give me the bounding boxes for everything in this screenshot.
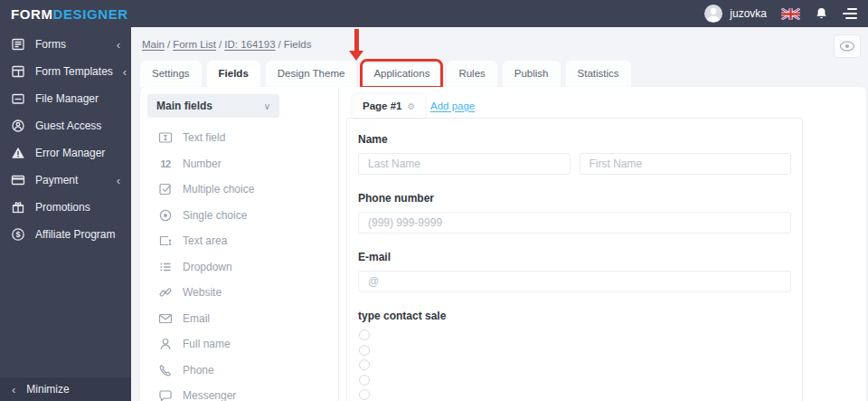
add-page-link[interactable]: Add page xyxy=(430,100,475,111)
phone-icon xyxy=(158,363,173,377)
field-types-panel: Main fields ∨ Text field 12 Number Multi… xyxy=(140,87,339,401)
sidebar-item-file-manager[interactable]: File Manager xyxy=(0,85,131,112)
field-type-text-field[interactable]: Text field xyxy=(140,125,338,151)
field-type-website[interactable]: Website xyxy=(140,280,338,306)
multiple-choice-icon xyxy=(158,182,173,196)
sidebar-item-promotions[interactable]: Promotions xyxy=(0,194,131,221)
svg-text:$: $ xyxy=(15,230,20,239)
radio-option[interactable] xyxy=(359,389,370,400)
field-type-dropdown[interactable]: Dropdown xyxy=(140,254,338,281)
breadcrumb-form-list[interactable]: Form List xyxy=(173,39,216,50)
language-flag-icon[interactable] xyxy=(781,8,800,20)
form-builder-area: Page #1 ⚙ + Add page Name Phone number xyxy=(339,87,866,401)
form-tabs: Settings Fields Design Theme Application… xyxy=(140,61,631,87)
field-type-email[interactable]: Email xyxy=(140,306,338,332)
breadcrumb-current: Fields xyxy=(284,39,312,50)
tab-publish[interactable]: Publish xyxy=(503,61,561,87)
menu-hamburger-icon[interactable] xyxy=(843,8,857,19)
eye-icon xyxy=(839,41,855,52)
radio-option[interactable] xyxy=(359,359,370,370)
breadcrumb-separator: / xyxy=(278,39,281,50)
tab-design-theme[interactable]: Design Theme xyxy=(266,61,357,87)
form-field-type-contact-sale[interactable]: type contact sale xyxy=(358,310,791,400)
field-group-label: Main fields xyxy=(156,100,212,112)
minimize-label: Minimize xyxy=(26,383,69,396)
sidebar-item-error-manager[interactable]: Error Manager xyxy=(0,139,131,167)
notifications-bell-icon[interactable] xyxy=(815,6,828,21)
sidebar-item-payment[interactable]: Payment ‹ xyxy=(0,167,131,194)
email-input[interactable] xyxy=(358,271,791,292)
breadcrumb-form-id[interactable]: ID: 164193 xyxy=(224,39,275,50)
website-icon xyxy=(158,285,173,300)
form-templates-icon xyxy=(11,64,25,79)
text-field-icon xyxy=(158,130,173,145)
chevron-left-icon: ‹ xyxy=(117,175,120,186)
guest-access-icon xyxy=(11,119,25,133)
file-manager-icon xyxy=(11,91,25,106)
form-field-email[interactable]: E-mail xyxy=(358,251,791,292)
field-type-label: Website xyxy=(183,286,222,299)
sidebar-item-label: Promotions xyxy=(35,201,90,214)
annotation-arrow xyxy=(354,29,359,52)
main-content: Main/Form List/ID: 164193/Fields Setting… xyxy=(131,27,868,401)
chevron-left-icon: ‹ xyxy=(12,384,15,396)
field-type-multiple-choice[interactable]: Multiple choice xyxy=(140,177,338,203)
form-field-phone-number[interactable]: Phone number xyxy=(358,192,791,234)
sidebar-item-forms[interactable]: Forms ‹ xyxy=(0,31,131,58)
field-type-text-area[interactable]: Text area xyxy=(140,228,338,254)
breadcrumb-separator: / xyxy=(219,39,222,50)
field-group-select[interactable]: Main fields ∨ xyxy=(147,94,279,118)
fields-tab-panel: Main fields ∨ Text field 12 Number Multi… xyxy=(140,87,866,401)
tab-settings[interactable]: Settings xyxy=(140,61,202,87)
phone-number-input[interactable] xyxy=(358,212,791,234)
field-type-label: Multiple choice xyxy=(183,183,254,196)
field-type-single-choice[interactable]: Single choice xyxy=(140,203,338,229)
tab-rules[interactable]: Rules xyxy=(447,61,496,87)
number-icon: 12 xyxy=(158,158,173,169)
radio-option[interactable] xyxy=(359,329,370,340)
field-label: Phone number xyxy=(358,192,791,205)
tab-applications[interactable]: Applications xyxy=(362,61,441,87)
radio-option[interactable] xyxy=(359,375,370,386)
avatar-person-icon xyxy=(704,5,722,23)
user-avatar[interactable] xyxy=(704,5,722,23)
field-type-full-name[interactable]: Full name xyxy=(140,331,338,358)
user-name[interactable]: juzovka xyxy=(730,7,767,20)
sidebar-item-guest-access[interactable]: Guest Access xyxy=(0,112,131,139)
sidebar-item-affiliate-program[interactable]: $ Affiliate Program xyxy=(0,221,131,248)
tab-fields[interactable]: Fields xyxy=(207,61,260,87)
field-type-messenger[interactable]: Messenger xyxy=(140,383,338,401)
payment-icon xyxy=(11,173,25,187)
breadcrumb-main[interactable]: Main xyxy=(142,39,165,50)
field-type-label: Dropdown xyxy=(183,261,232,273)
annotation-arrow-head xyxy=(349,51,363,61)
preview-eye-button[interactable] xyxy=(834,34,861,58)
chevron-down-icon: ∨ xyxy=(264,101,270,111)
field-type-label: Phone xyxy=(183,364,214,377)
field-type-label: Number xyxy=(183,158,222,170)
sidebar-item-label: Form Templates xyxy=(35,65,113,78)
field-type-number[interactable]: 12 Number xyxy=(140,151,338,177)
page-tab-label: Page #1 xyxy=(363,100,401,111)
field-type-label: Single choice xyxy=(183,209,247,222)
email-icon xyxy=(158,311,173,326)
full-name-icon xyxy=(158,337,173,351)
form-field-name[interactable]: Name xyxy=(358,133,791,175)
page-settings-gear-icon[interactable]: ⚙ xyxy=(407,101,415,111)
field-type-label: Email xyxy=(183,312,210,325)
app-logo: FORMDESIGNER xyxy=(11,6,128,22)
sidebar-item-label: File Manager xyxy=(35,92,99,105)
last-name-input[interactable] xyxy=(358,153,571,175)
page-tab[interactable]: Page #1 ⚙ xyxy=(353,94,425,118)
first-name-input[interactable] xyxy=(580,153,792,175)
field-type-phone[interactable]: Phone xyxy=(140,358,338,384)
radio-option[interactable] xyxy=(359,345,370,356)
field-type-label: Text area xyxy=(183,234,227,247)
logo-part-designer: DESIGNER xyxy=(53,6,128,22)
tab-statistics[interactable]: Statistics xyxy=(566,61,631,87)
text-area-icon xyxy=(158,234,173,248)
sidebar-item-form-templates[interactable]: Form Templates ‹ xyxy=(0,58,131,85)
sidebar-item-label: Error Manager xyxy=(35,147,105,159)
sidebar-item-label: Guest Access xyxy=(35,119,101,132)
sidebar-minimize-button[interactable]: ‹ Minimize xyxy=(0,377,131,401)
